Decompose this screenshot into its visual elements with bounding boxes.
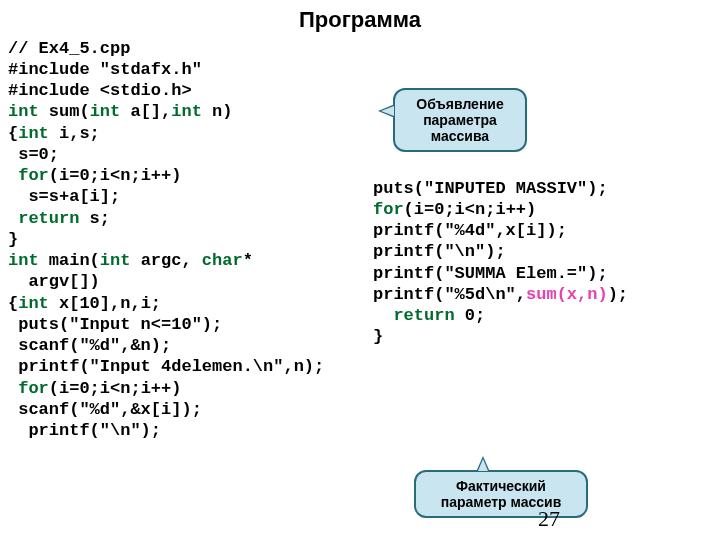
kw: int [90, 102, 121, 121]
t: i,s; [49, 124, 100, 143]
t [8, 166, 18, 185]
kw: for [18, 166, 49, 185]
t: ); [608, 285, 628, 304]
t: (i=0;i<n;i++) [49, 379, 182, 398]
code-line: printf("SUMMA Elem.="); [373, 264, 608, 283]
t: sum( [39, 102, 90, 121]
page-title: Программа [0, 0, 720, 34]
code-line: printf("Input 4delemen.\n",n); [8, 357, 324, 376]
kw: int [171, 102, 202, 121]
t: argc, [130, 251, 201, 270]
t: x[10],n,i; [49, 294, 161, 313]
page-number: 27 [538, 505, 560, 533]
code-line: printf("%4d",x[i]); [373, 221, 567, 240]
t: n) [202, 102, 233, 121]
code-line: printf("\n"); [8, 421, 161, 440]
kw: int [18, 124, 49, 143]
callout-actual-param: Фактический параметр массив [414, 470, 588, 518]
code-right: puts("INPUTED MASSIV"); for(i=0;i<n;i++)… [363, 38, 712, 348]
t: argv[]) [8, 272, 100, 291]
kw: for [373, 200, 404, 219]
code-line: #include <stdio.h> [8, 81, 192, 100]
code-line: s=0; [8, 145, 59, 164]
t: s; [79, 209, 110, 228]
t: { [8, 124, 18, 143]
code-line: // Ex4_5.cpp [8, 39, 130, 58]
kw: char [202, 251, 243, 270]
t: main( [39, 251, 100, 270]
t [8, 379, 18, 398]
t: printf("%5d\n", [373, 285, 526, 304]
callout-tail-icon [378, 104, 395, 118]
kw: int [18, 294, 49, 313]
t [8, 209, 18, 228]
code-line: } [373, 327, 383, 346]
t: (i=0;i<n;i++) [404, 200, 537, 219]
callout-tail-icon [476, 456, 490, 472]
t: * [243, 251, 253, 270]
t: (i=0;i<n;i++) [49, 166, 182, 185]
kw: int [100, 251, 131, 270]
t: { [8, 294, 18, 313]
kw: return [18, 209, 79, 228]
code-line: #include "stdafx.h" [8, 60, 202, 79]
kw: return [393, 306, 454, 325]
t: a[], [120, 102, 171, 121]
kw: for [18, 379, 49, 398]
code-line: } [8, 230, 18, 249]
code-line: s=s+a[i]; [8, 187, 120, 206]
callout-declaration: Объявление параметра массива [393, 88, 527, 152]
kw: int [8, 102, 39, 121]
callout-text: Объявление параметра массива [416, 96, 504, 144]
code-line: scanf("%d",&x[i]); [8, 400, 202, 419]
t [373, 306, 393, 325]
right-code-block: puts("INPUTED MASSIV"); for(i=0;i<n;i++)… [373, 178, 712, 348]
code-line: printf("\n"); [373, 242, 506, 261]
t: 0; [455, 306, 486, 325]
code-left: // Ex4_5.cpp #include "stdafx.h" #includ… [8, 38, 363, 442]
code-columns: // Ex4_5.cpp #include "stdafx.h" #includ… [0, 34, 720, 442]
kw: int [8, 251, 39, 270]
code-line: puts("INPUTED MASSIV"); [373, 179, 608, 198]
code-line: scanf("%d",&n); [8, 336, 171, 355]
code-line: puts("Input n<=10"); [8, 315, 222, 334]
call: sum(x,n) [526, 285, 608, 304]
